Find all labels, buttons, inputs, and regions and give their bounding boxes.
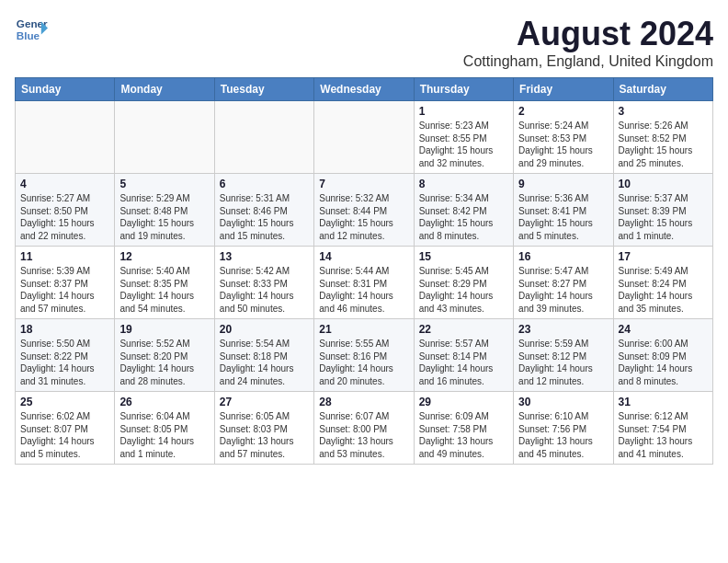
calendar-cell: 21Sunrise: 5:55 AM Sunset: 8:16 PM Dayli… [314, 319, 414, 392]
day-info: Sunrise: 6:02 AM Sunset: 8:07 PM Dayligh… [20, 410, 109, 460]
day-number: 15 [419, 250, 508, 263]
day-number: 8 [419, 178, 508, 190]
day-number: 20 [220, 323, 309, 336]
calendar-cell: 11Sunrise: 5:39 AM Sunset: 8:37 PM Dayli… [16, 247, 115, 319]
day-info: Sunrise: 5:57 AM Sunset: 8:14 PM Dayligh… [419, 338, 508, 387]
day-number: 21 [319, 323, 408, 336]
title-block: August 2024 Cottingham, England, United … [463, 15, 713, 70]
day-number: 2 [518, 105, 608, 118]
calendar-cell: 27Sunrise: 6:05 AM Sunset: 8:03 PM Dayli… [214, 392, 313, 465]
day-info: Sunrise: 5:55 AM Sunset: 8:16 PM Dayligh… [319, 338, 408, 387]
calendar-cell: 24Sunrise: 6:00 AM Sunset: 8:09 PM Dayli… [613, 319, 712, 392]
weekday-header-tuesday: Tuesday [214, 78, 313, 101]
day-info: Sunrise: 5:52 AM Sunset: 8:20 PM Dayligh… [119, 338, 209, 387]
day-info: Sunrise: 5:24 AM Sunset: 8:53 PM Dayligh… [518, 120, 608, 169]
day-number: 24 [619, 323, 708, 336]
calendar-cell: 12Sunrise: 5:40 AM Sunset: 8:35 PM Dayli… [115, 247, 214, 319]
day-number: 9 [518, 178, 608, 190]
month-year-title: August 2024 [463, 15, 713, 53]
calendar-cell [214, 101, 313, 174]
day-number: 12 [119, 250, 209, 263]
day-info: Sunrise: 6:00 AM Sunset: 8:09 PM Dayligh… [619, 338, 708, 387]
day-info: Sunrise: 5:27 AM Sunset: 8:50 PM Dayligh… [20, 192, 109, 242]
day-number: 27 [220, 396, 309, 408]
day-number: 26 [119, 396, 209, 408]
day-number: 3 [619, 105, 708, 118]
day-info: Sunrise: 5:59 AM Sunset: 8:12 PM Dayligh… [518, 338, 608, 387]
calendar-cell: 19Sunrise: 5:52 AM Sunset: 8:20 PM Dayli… [115, 319, 214, 392]
calendar-cell: 5Sunrise: 5:29 AM Sunset: 8:48 PM Daylig… [115, 174, 214, 247]
day-info: Sunrise: 5:23 AM Sunset: 8:55 PM Dayligh… [419, 120, 508, 169]
day-info: Sunrise: 5:40 AM Sunset: 8:35 PM Dayligh… [119, 265, 209, 315]
day-number: 29 [419, 396, 508, 408]
day-info: Sunrise: 6:09 AM Sunset: 7:58 PM Dayligh… [419, 410, 508, 460]
calendar-cell: 4Sunrise: 5:27 AM Sunset: 8:50 PM Daylig… [16, 174, 115, 247]
day-number: 31 [619, 396, 708, 408]
calendar-cell: 2Sunrise: 5:24 AM Sunset: 8:53 PM Daylig… [514, 101, 613, 174]
day-info: Sunrise: 5:49 AM Sunset: 8:24 PM Dayligh… [619, 265, 708, 315]
day-number: 5 [119, 178, 209, 190]
day-info: Sunrise: 5:32 AM Sunset: 8:44 PM Dayligh… [319, 192, 408, 242]
calendar-cell: 15Sunrise: 5:45 AM Sunset: 8:29 PM Dayli… [414, 247, 513, 319]
day-number: 1 [419, 105, 508, 118]
calendar-cell: 9Sunrise: 5:36 AM Sunset: 8:41 PM Daylig… [514, 174, 613, 247]
day-info: Sunrise: 6:12 AM Sunset: 7:54 PM Dayligh… [619, 410, 708, 460]
calendar-cell: 29Sunrise: 6:09 AM Sunset: 7:58 PM Dayli… [414, 392, 513, 465]
day-info: Sunrise: 5:34 AM Sunset: 8:42 PM Dayligh… [419, 192, 508, 242]
calendar-cell: 6Sunrise: 5:31 AM Sunset: 8:46 PM Daylig… [214, 174, 313, 247]
day-info: Sunrise: 5:50 AM Sunset: 8:22 PM Dayligh… [20, 338, 109, 387]
calendar-cell [115, 101, 214, 174]
calendar-cell: 23Sunrise: 5:59 AM Sunset: 8:12 PM Dayli… [514, 319, 613, 392]
day-info: Sunrise: 5:45 AM Sunset: 8:29 PM Dayligh… [419, 265, 508, 315]
calendar-cell [314, 101, 414, 174]
day-info: Sunrise: 5:42 AM Sunset: 8:33 PM Dayligh… [220, 265, 309, 315]
day-info: Sunrise: 5:36 AM Sunset: 8:41 PM Dayligh… [518, 192, 608, 242]
day-number: 30 [518, 396, 608, 408]
calendar-cell: 7Sunrise: 5:32 AM Sunset: 8:44 PM Daylig… [314, 174, 414, 247]
logo: General Blue [15, 15, 48, 48]
day-info: Sunrise: 5:31 AM Sunset: 8:46 PM Dayligh… [220, 192, 309, 242]
calendar-cell: 28Sunrise: 6:07 AM Sunset: 8:00 PM Dayli… [314, 392, 414, 465]
calendar-cell: 20Sunrise: 5:54 AM Sunset: 8:18 PM Dayli… [214, 319, 313, 392]
day-info: Sunrise: 5:54 AM Sunset: 8:18 PM Dayligh… [220, 338, 309, 387]
day-info: Sunrise: 5:29 AM Sunset: 8:48 PM Dayligh… [119, 192, 209, 242]
calendar-cell: 16Sunrise: 5:47 AM Sunset: 8:27 PM Dayli… [514, 247, 613, 319]
day-number: 4 [20, 178, 109, 190]
day-info: Sunrise: 6:10 AM Sunset: 7:56 PM Dayligh… [518, 410, 608, 460]
day-number: 16 [518, 250, 608, 263]
calendar-cell: 10Sunrise: 5:37 AM Sunset: 8:39 PM Dayli… [613, 174, 712, 247]
weekday-header-sunday: Sunday [16, 78, 115, 101]
day-number: 23 [518, 323, 608, 336]
day-number: 11 [20, 250, 109, 263]
day-number: 17 [619, 250, 708, 263]
day-number: 19 [119, 323, 209, 336]
day-number: 18 [20, 323, 109, 336]
calendar-cell: 25Sunrise: 6:02 AM Sunset: 8:07 PM Dayli… [16, 392, 115, 465]
day-number: 25 [20, 396, 109, 408]
page-header: General Blue August 2024 Cottingham, Eng… [15, 15, 713, 70]
day-number: 10 [619, 178, 708, 190]
weekday-header-wednesday: Wednesday [314, 78, 414, 101]
day-info: Sunrise: 6:07 AM Sunset: 8:00 PM Dayligh… [319, 410, 408, 460]
calendar-cell: 8Sunrise: 5:34 AM Sunset: 8:42 PM Daylig… [414, 174, 513, 247]
svg-text:Blue: Blue [17, 29, 40, 41]
location-subtitle: Cottingham, England, United Kingdom [463, 53, 713, 70]
day-number: 6 [220, 178, 309, 190]
day-info: Sunrise: 5:47 AM Sunset: 8:27 PM Dayligh… [518, 265, 608, 315]
day-number: 7 [319, 178, 408, 190]
calendar-cell: 18Sunrise: 5:50 AM Sunset: 8:22 PM Dayli… [16, 319, 115, 392]
calendar-table: SundayMondayTuesdayWednesdayThursdayFrid… [15, 77, 713, 465]
weekday-header-friday: Friday [514, 78, 613, 101]
day-number: 14 [319, 250, 408, 263]
calendar-cell: 30Sunrise: 6:10 AM Sunset: 7:56 PM Dayli… [514, 392, 613, 465]
weekday-header-saturday: Saturday [613, 78, 712, 101]
day-number: 28 [319, 396, 408, 408]
calendar-cell: 14Sunrise: 5:44 AM Sunset: 8:31 PM Dayli… [314, 247, 414, 319]
day-info: Sunrise: 5:37 AM Sunset: 8:39 PM Dayligh… [619, 192, 708, 242]
day-info: Sunrise: 5:39 AM Sunset: 8:37 PM Dayligh… [20, 265, 109, 315]
day-info: Sunrise: 6:04 AM Sunset: 8:05 PM Dayligh… [119, 410, 209, 460]
weekday-header-thursday: Thursday [414, 78, 513, 101]
calendar-cell: 1Sunrise: 5:23 AM Sunset: 8:55 PM Daylig… [414, 101, 513, 174]
day-number: 13 [220, 250, 309, 263]
calendar-cell: 26Sunrise: 6:04 AM Sunset: 8:05 PM Dayli… [115, 392, 214, 465]
